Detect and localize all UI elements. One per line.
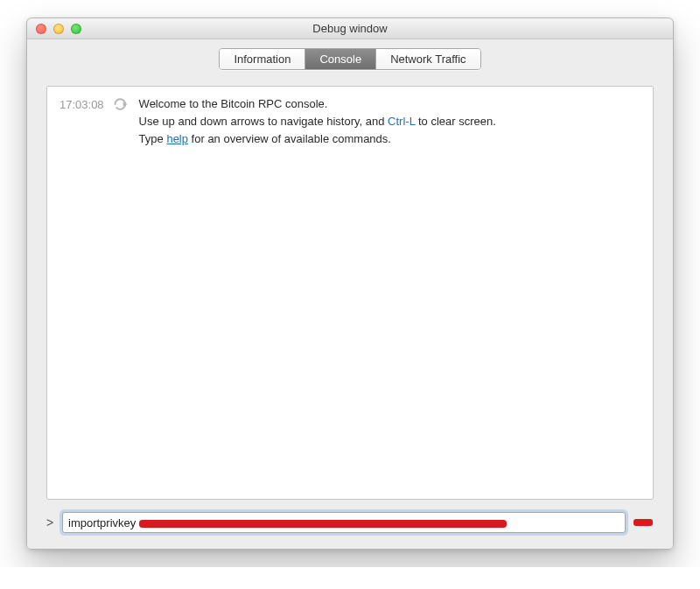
tab-network-traffic[interactable]: Network Traffic xyxy=(376,49,480,69)
window-title: Debug window xyxy=(27,22,673,35)
command-input[interactable]: importprivkey xyxy=(62,512,626,533)
prompt-caret: > xyxy=(46,515,55,529)
traffic-lights xyxy=(27,24,81,34)
welcome-line-3: Type help for an overview of available c… xyxy=(139,130,640,148)
minimize-button[interactable] xyxy=(53,24,64,34)
redacted-private-key xyxy=(139,520,507,528)
tabs: Information Console Network Traffic xyxy=(219,48,480,70)
zoom-button[interactable] xyxy=(71,24,81,34)
titlebar: Debug window xyxy=(27,18,673,39)
console-output[interactable]: 17:03:08 Welcome to the Bitcoin RPC cons… xyxy=(46,86,654,500)
key-ctrl-l: Ctrl-L xyxy=(388,115,415,128)
command-input-text: importprivkey xyxy=(68,516,507,529)
close-button[interactable] xyxy=(36,24,46,34)
console-panel: 17:03:08 Welcome to the Bitcoin RPC cons… xyxy=(27,74,673,549)
welcome-line-1: Welcome to the Bitcoin RPC console. xyxy=(139,95,640,113)
redacted-icon xyxy=(634,519,653,526)
welcome-line-2: Use up and down arrows to navigate histo… xyxy=(139,113,640,130)
help-link[interactable]: help xyxy=(166,132,188,145)
debug-window: Debug window Information Console Network… xyxy=(26,18,674,550)
entry-timestamp: 17:03:08 xyxy=(60,95,104,114)
clear-button[interactable] xyxy=(633,514,654,531)
tab-console[interactable]: Console xyxy=(305,49,376,69)
command-out-icon xyxy=(113,96,130,112)
tabbar: Information Console Network Traffic xyxy=(27,39,673,74)
console-entry: 17:03:08 Welcome to the Bitcoin RPC cons… xyxy=(60,95,640,148)
command-input-row: > importprivkey xyxy=(46,512,654,533)
console-message: Welcome to the Bitcoin RPC console. Use … xyxy=(139,95,640,148)
tab-information[interactable]: Information xyxy=(220,49,305,69)
